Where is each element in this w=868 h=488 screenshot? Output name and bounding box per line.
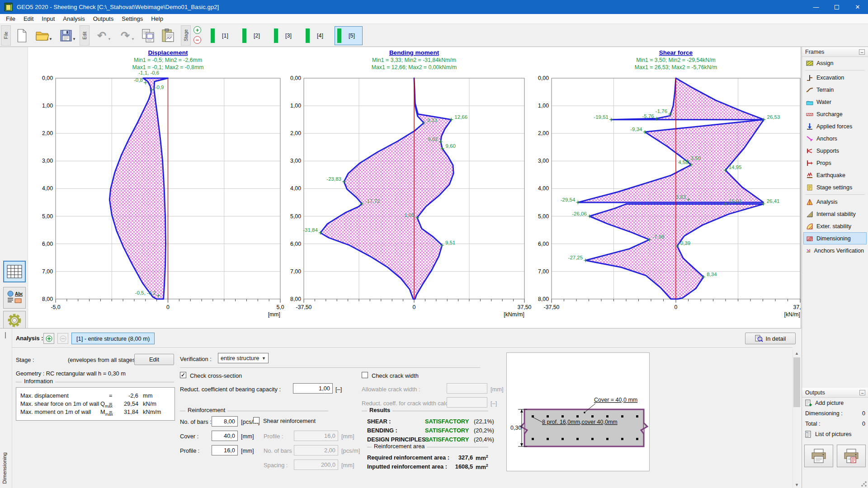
analysis-tab[interactable]: [1] - entire structure (8,00 m) (71, 333, 155, 344)
sidebar-item-anchors-verification[interactable]: Anchors Verification (803, 244, 867, 257)
outputs-count-label: Dimensioning : (805, 410, 843, 417)
bottom-scrollbar[interactable]: ▲ ▼ (793, 349, 800, 488)
menu-outputs[interactable]: Outputs (89, 14, 118, 23)
stage-tab[interactable]: Stage (181, 25, 191, 46)
no-of-bars-input[interactable]: 8,00 (212, 416, 238, 427)
add-stage-button[interactable]: + (193, 26, 201, 34)
reduct-bearing-unit: [–] (335, 386, 342, 393)
sidebar-item-supports[interactable]: Supports (803, 145, 867, 157)
sidebar-item-analysis[interactable]: Analysis (803, 196, 867, 208)
edit-stage-button[interactable]: Edit (134, 354, 174, 365)
sidebar-item-assign[interactable]: Assign (803, 57, 867, 69)
stage-button-1[interactable]: [1] (208, 26, 236, 45)
menu-input[interactable]: Input (38, 14, 59, 23)
menu-settings[interactable]: Settings (118, 14, 147, 23)
profile-input[interactable]: 16,0 (212, 445, 238, 455)
close-button[interactable]: ✕ (847, 0, 868, 14)
table-view-button[interactable] (3, 261, 26, 282)
stage-value: (envelopes from all stages) (68, 357, 137, 363)
resize-grip[interactable] (861, 481, 867, 487)
svg-text:0,00: 0,00 (42, 75, 53, 81)
svg-text:[kN/m]: [kN/m] (784, 311, 800, 318)
svg-text:6,00: 6,00 (538, 241, 549, 247)
stage-button-2[interactable]: [2] (240, 26, 268, 45)
svg-text:5,0: 5,0 (276, 304, 284, 310)
maximize-button[interactable] (826, 0, 847, 14)
scrollbar-thumb[interactable] (793, 357, 800, 407)
svg-text:8,00: 8,00 (42, 296, 53, 302)
shear-reinforcement-checkbox[interactable] (253, 417, 259, 423)
cross-section-figure: Cover = 40,0 mm8 prof. 16,0mm,cover 40,0… (507, 353, 649, 471)
sidebar-item-stage-settings[interactable]: Stage settings (803, 181, 867, 193)
save-button[interactable]: ▼ (55, 26, 77, 45)
earthquake-icon (806, 172, 813, 179)
envelope-region (585, 204, 764, 299)
undo-dropdown-arrow[interactable]: ▼ (108, 37, 111, 41)
sidebar-item-applied-forces[interactable]: Applied forces (803, 120, 867, 132)
supports-icon (806, 147, 813, 155)
copy-view-button[interactable] (139, 26, 157, 45)
stage-button-5[interactable]: [5] (335, 26, 363, 45)
menu-help[interactable]: Help (147, 14, 167, 23)
print-selection-button[interactable] (837, 445, 866, 467)
file-tab[interactable]: File (1, 25, 11, 46)
strip-grip[interactable] (5, 332, 7, 338)
sidebar-item-surcharge[interactable]: Surcharge (803, 108, 867, 120)
scroll-down-icon[interactable]: ▼ (793, 481, 801, 488)
open-dropdown-arrow[interactable]: ▼ (49, 37, 52, 41)
menu-edit[interactable]: Edit (19, 14, 38, 23)
menu-file[interactable]: File (2, 14, 19, 23)
remove-stage-button[interactable]: − (193, 36, 201, 44)
reduct-bearing-input[interactable]: 1,00 (293, 383, 333, 394)
list-of-pictures-button[interactable]: List of pictures (802, 429, 868, 439)
edit-tab[interactable]: Edit (80, 25, 90, 46)
new-file-icon (16, 29, 28, 42)
redo-button[interactable]: ↷ ▼ (115, 26, 136, 45)
verification-select[interactable]: entire structure▼ (218, 353, 269, 363)
cover-input[interactable]: 40,0 (212, 431, 238, 441)
check-cross-section-checkbox[interactable]: ✓ (180, 372, 186, 378)
svg-text:4,00: 4,00 (538, 185, 549, 192)
cover-unit: [mm] (241, 433, 254, 440)
in-detail-button[interactable]: In detail (745, 333, 796, 344)
paste-view-button[interactable] (159, 26, 177, 45)
open-file-button[interactable]: ▼ (32, 26, 53, 45)
sidebar-item-exter-stability[interactable]: Exter. stability (803, 220, 867, 232)
print-button[interactable] (804, 445, 833, 467)
sidebar-item-excavation[interactable]: Excavation (803, 71, 867, 84)
scroll-up-icon[interactable]: ▲ (793, 349, 801, 357)
add-picture-button[interactable]: Add picture (802, 398, 868, 408)
frames-minimize-icon[interactable]: – (859, 49, 865, 55)
envelope-value-label: 12,66 (454, 114, 467, 120)
menu-analysis[interactable]: Analysis (59, 14, 89, 23)
sidebar-item-label: Anchors Verification (814, 248, 864, 254)
sidebar-item-water[interactable]: Water (803, 96, 867, 108)
settings-button[interactable] (3, 311, 26, 330)
stage-button-3[interactable]: [3] (271, 26, 299, 45)
rebar-dot (621, 438, 623, 440)
envelope-value-label: 3,50 (691, 155, 701, 161)
outputs-minimize-icon[interactable]: – (859, 390, 865, 395)
picture-view-button[interactable]: Abc (3, 287, 26, 309)
props-icon (806, 160, 813, 167)
sidebar-item-internal-stability[interactable]: Internal stability (803, 208, 867, 220)
remove-analysis-button[interactable] (57, 333, 68, 344)
new-file-button[interactable] (13, 26, 31, 45)
undo-button[interactable]: ↶ ▼ (91, 26, 112, 45)
sidebar-item-terrain[interactable]: Terrain (803, 84, 867, 96)
stage-button-4[interactable]: [4] (303, 26, 331, 45)
window-title: GEO5 2020 - Sheeting Check [C:\_Stahovat… (17, 4, 219, 10)
add-analysis-button[interactable] (43, 333, 54, 344)
save-dropdown-arrow[interactable]: ▼ (72, 37, 76, 41)
sidebar-item-earthquake[interactable]: Earthquake (803, 169, 867, 181)
svg-text:5,00: 5,00 (290, 213, 301, 220)
redo-dropdown-arrow[interactable]: ▼ (131, 37, 135, 41)
terrain-icon (806, 86, 813, 94)
check-crack-width-checkbox[interactable] (362, 372, 368, 378)
minimize-button[interactable]: — (806, 0, 826, 14)
sidebar-item-props[interactable]: Props (803, 157, 867, 169)
sidebar-item-anchors[interactable]: Anchors (803, 132, 867, 145)
sidebar-item-dimensioning[interactable]: Dimensioning (803, 232, 867, 244)
cover-note: Cover = 40,0 mm (594, 397, 637, 403)
in-detail-label: In detail (766, 335, 786, 342)
